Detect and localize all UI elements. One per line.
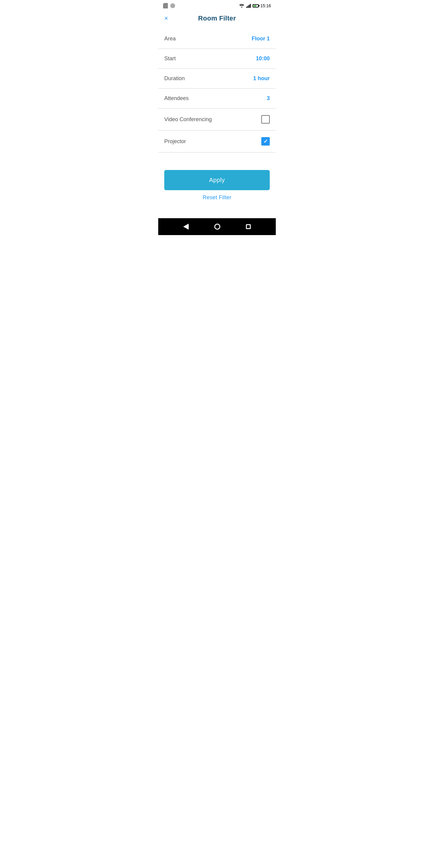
battery-icon bbox=[253, 4, 258, 7]
status-bar-left bbox=[163, 3, 175, 8]
projector-checkbox[interactable]: ✓ bbox=[261, 137, 270, 146]
filter-label-duration: Duration bbox=[164, 75, 185, 82]
android-nav-bar bbox=[158, 218, 276, 235]
reset-filter-button[interactable]: Reset Filter bbox=[164, 190, 270, 205]
status-bar-right: 15:16 bbox=[239, 3, 271, 8]
checkbox-unchecked-video bbox=[261, 115, 270, 124]
checkmark-icon: ✓ bbox=[264, 138, 268, 144]
filter-row-duration[interactable]: Duration 1 hour bbox=[158, 69, 276, 89]
filter-value-start: 10:00 bbox=[256, 56, 270, 62]
circle-icon bbox=[170, 3, 175, 8]
checkbox-checked-projector: ✓ bbox=[261, 137, 270, 146]
signal-icon bbox=[246, 4, 251, 8]
page-title: Room Filter bbox=[198, 14, 236, 22]
filter-content: Area Floor 1 Start 10:00 Duration 1 hour… bbox=[158, 26, 276, 161]
nav-recent-button[interactable] bbox=[246, 224, 251, 229]
sim-icon bbox=[163, 3, 168, 8]
page-header: × Room Filter bbox=[158, 11, 276, 26]
filter-row-projector[interactable]: Projector ✓ bbox=[158, 130, 276, 153]
status-time: 15:16 bbox=[260, 3, 271, 8]
filter-value-duration: 1 hour bbox=[253, 75, 270, 82]
content-spacer bbox=[158, 210, 276, 218]
filter-row-video-conferencing[interactable]: Video Conferencing bbox=[158, 108, 276, 130]
filter-row-attendees[interactable]: Attendees 3 bbox=[158, 89, 276, 108]
filter-label-area: Area bbox=[164, 36, 176, 42]
filter-row-start[interactable]: Start 10:00 bbox=[158, 49, 276, 69]
video-conferencing-checkbox[interactable] bbox=[261, 115, 270, 124]
filter-row-area[interactable]: Area Floor 1 bbox=[158, 29, 276, 49]
filter-label-video-conferencing: Video Conferencing bbox=[164, 116, 212, 123]
apply-button[interactable]: Apply bbox=[164, 170, 270, 190]
nav-back-button[interactable] bbox=[183, 224, 189, 230]
wifi-icon bbox=[239, 4, 244, 8]
filter-label-start: Start bbox=[164, 56, 176, 62]
nav-home-button[interactable] bbox=[214, 224, 220, 230]
filter-label-attendees: Attendees bbox=[164, 95, 189, 101]
close-button[interactable]: × bbox=[164, 15, 168, 22]
filter-value-attendees: 3 bbox=[267, 95, 270, 101]
status-bar: 15:16 bbox=[158, 0, 276, 11]
filter-value-area: Floor 1 bbox=[252, 36, 270, 42]
button-container: Apply Reset Filter bbox=[158, 161, 276, 210]
filter-label-projector: Projector bbox=[164, 138, 186, 145]
